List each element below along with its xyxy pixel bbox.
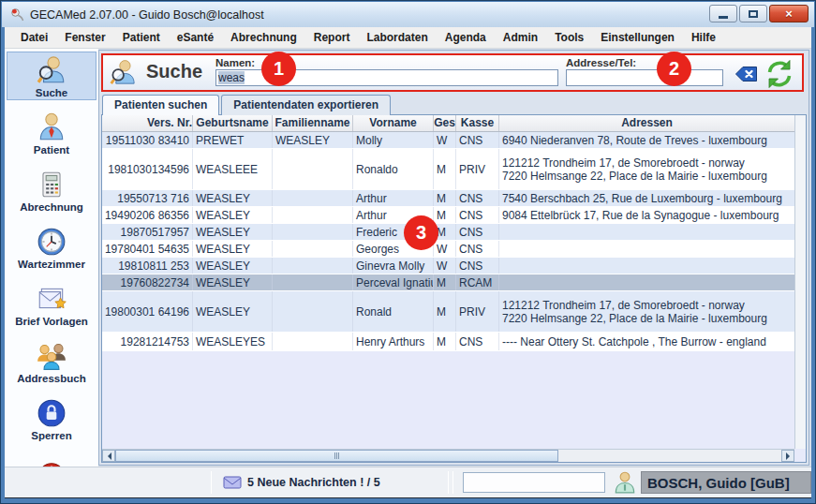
table-row[interactable]: 19810811 253WEASLEYGinevra MollyWCNS — [102, 258, 794, 274]
column-header-vorname[interactable]: Vorname — [353, 115, 434, 131]
cell-vorname: Arthur — [353, 190, 434, 206]
cell-ges: W — [434, 132, 456, 148]
sidebar-item-suche[interactable]: Suche — [7, 52, 96, 100]
address-field-label: Addresse/Tel: — [566, 57, 723, 68]
scroll-left-arrow[interactable] — [102, 450, 115, 462]
menu-item-tools[interactable]: Tools — [546, 28, 592, 47]
application-window: GECAMed 2.07.00 - Guido Bosch@localhost … — [0, 0, 816, 504]
column-header-familienname[interactable]: Familienname — [273, 115, 353, 131]
cell-familienname — [273, 207, 353, 223]
cell-geburtsname: WEASLEY — [193, 274, 273, 290]
tab-patienten-suchen[interactable]: Patienten suchen — [102, 95, 219, 115]
menu-item-hilfe[interactable]: Hilfe — [683, 28, 724, 47]
column-header-geburtsname[interactable]: Geburtsname — [193, 115, 273, 131]
clear-search-button[interactable] — [734, 66, 758, 82]
table-row[interactable]: 19760822734WEASLEYPerceval IgnatiusMRCAM — [102, 274, 794, 291]
cell-vers-nr: 19490206 86356 — [102, 207, 193, 223]
cell-kasse: CNS — [456, 241, 499, 257]
menu-item-abrechnung[interactable]: Abrechnung — [222, 28, 305, 47]
cell-geburtsname: WEASLEY — [193, 224, 273, 240]
cell-familienname — [273, 291, 353, 332]
table-row[interactable]: 19490206 86356WEASLEYArthurMCNS9084 Ette… — [102, 207, 794, 224]
search-panel: Suche Namen: weas Addresse/Tel: — [101, 53, 804, 92]
cell-familienname — [273, 241, 353, 257]
maximize-button[interactable] — [739, 5, 767, 22]
address-book-icon — [36, 340, 67, 372]
doctor-icon — [613, 470, 637, 495]
new-messages-text[interactable]: 5 Neue Nachrichten ! / 5 — [247, 476, 380, 489]
menu-item-datei[interactable]: Datei — [12, 28, 56, 47]
refresh-search-button[interactable] — [763, 57, 796, 91]
cell-adressen: 121212 Trondheim 17, de Smorebroedt - no… — [499, 149, 794, 189]
name-input-value: weas — [218, 71, 245, 84]
sidebar-item-abrechnung[interactable]: Abrechnung — [7, 166, 96, 215]
table-row[interactable]: 19511030 83410PREWETWEASLEYMollyWCNS6940… — [102, 132, 794, 149]
address-line: 7220 Helmsange 22, Place de la Mairie - … — [502, 312, 792, 325]
column-header-kasse[interactable]: Kasse — [456, 115, 499, 131]
sidebar-item-addressbuch[interactable]: Addressbuch — [7, 337, 96, 386]
address-input[interactable] — [566, 69, 723, 86]
cell-ges: M — [434, 274, 456, 290]
tab-patientendaten-exportieren[interactable]: Patientendaten exportieren — [221, 95, 391, 115]
address-line: 7540 Berschbach 25, Rue de Luxembourg - … — [502, 192, 792, 205]
menu-item-admin[interactable]: Admin — [495, 28, 546, 47]
cell-geburtsname: WEASLEY — [193, 190, 273, 206]
cell-vorname: Ronald — [353, 291, 434, 332]
menu-item-labordaten[interactable]: Labordaten — [358, 28, 436, 47]
scroll-right-arrow[interactable] — [781, 450, 794, 462]
column-header-geschlecht[interactable]: Ges — [434, 115, 456, 131]
menu-item-agenda[interactable]: Agenda — [437, 28, 495, 47]
cell-kasse: RCAM — [456, 274, 499, 290]
vertical-scrollbar[interactable] — [794, 115, 806, 449]
status-bar: 5 Neue Nachrichten ! / 5 BOSCH, Guido [G… — [5, 467, 811, 498]
cell-kasse: CNS — [456, 207, 499, 223]
cell-vers-nr: 19870517957 — [102, 224, 193, 240]
cell-geburtsname: PREWET — [193, 132, 273, 148]
table-row[interactable]: 19800301 64196WEASLEYRonaldMPRIV121212 T… — [102, 291, 794, 333]
table-body: 19511030 83410PREWETWEASLEYMollyWCNS6940… — [102, 132, 806, 351]
cell-vers-nr: 19800301 64196 — [102, 291, 193, 332]
address-line: 121212 Trondheim 17, de Smorebroedt - no… — [502, 156, 792, 170]
menu-item-fenster[interactable]: Fenster — [56, 28, 113, 47]
cell-kasse: CNS — [456, 333, 499, 350]
cell-vers-nr: 19760822734 — [102, 274, 193, 290]
menu-item-einstellungen[interactable]: Einstellungen — [592, 28, 683, 47]
cell-vorname: Henry Arthurs — [353, 333, 434, 350]
cell-kasse: CNS — [456, 258, 499, 274]
cell-geburtsname: WEASLEY — [193, 258, 273, 274]
cell-vorname: Ginevra Molly — [353, 258, 434, 274]
person-search-icon — [36, 54, 67, 86]
sidebar-item-wartezimmer[interactable]: Wartezimmer — [7, 223, 96, 272]
table-row[interactable]: 19550713 716WEASLEYArthurMCNS7540 Bersch… — [102, 190, 794, 207]
menu-item-patient[interactable]: Patient — [114, 28, 169, 47]
horizontal-scroll-thumb[interactable] — [115, 450, 558, 462]
cell-ges: M — [434, 207, 456, 223]
table-row[interactable]: 19780401 54635WEASLEYGeorgesWCNS — [102, 241, 794, 258]
minimize-button[interactable] — [709, 5, 737, 22]
cell-kasse: PRIV — [456, 149, 499, 189]
cell-vorname: Perceval Ignatius — [353, 274, 434, 290]
sidebar-item-sperren[interactable]: Sperren — [7, 394, 96, 443]
person-search-icon — [109, 58, 138, 87]
horizontal-scrollbar[interactable] — [102, 449, 794, 462]
close-button[interactable]: × — [769, 5, 809, 22]
title-bar[interactable]: GECAMed 2.07.00 - Guido Bosch@localhost … — [2, 2, 814, 27]
menu-item-esant[interactable]: eSanté — [169, 28, 222, 47]
sidebar-item-brief-vorlagen[interactable]: Brief Vorlagen — [7, 280, 96, 329]
table-row[interactable]: 19870517957WEASLEYFredericMCNS — [102, 224, 794, 241]
table-row[interactable]: 19281214753WEASLEYESHenry ArthursMCNS---… — [102, 333, 794, 351]
horizontal-scroll-track[interactable] — [558, 450, 781, 462]
annotation-callout-3: 3 — [404, 215, 438, 250]
column-header-adressen[interactable]: Adressen — [499, 115, 794, 131]
menu-item-report[interactable]: Report — [305, 28, 359, 47]
app-icon — [9, 7, 24, 22]
cell-adressen — [499, 241, 794, 257]
column-header-vers-nr[interactable]: Vers. Nr. — [102, 115, 193, 131]
clear-back-icon — [734, 66, 758, 82]
cell-familienname — [273, 333, 353, 350]
table-row[interactable]: 1981030134596WEASLEEERonaldoMPRIV121212 … — [102, 149, 794, 190]
cell-vers-nr: 19780401 54635 — [102, 241, 193, 257]
sidebar-item-patient[interactable]: Patient — [7, 109, 96, 157]
mail-icon — [223, 476, 242, 489]
sidebar-item-label: Abrechnung — [20, 201, 83, 213]
